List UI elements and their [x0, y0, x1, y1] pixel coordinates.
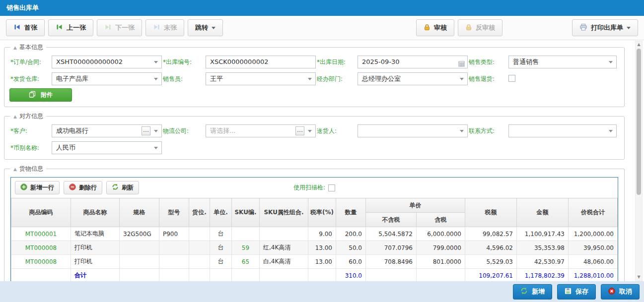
cell-amount[interactable]: 42,530.97 — [517, 255, 569, 269]
col-header-qty[interactable]: 数量 — [336, 198, 366, 227]
col-header-price-excl[interactable]: 不含税 — [366, 213, 417, 227]
col-header-name[interactable]: 商品名称 — [71, 198, 120, 227]
attachment-button[interactable]: 附件 — [9, 88, 72, 102]
add-row-button[interactable]: 新增一行 — [15, 181, 60, 194]
cell-name[interactable]: 打印机 — [71, 255, 120, 269]
col-header-tax[interactable]: 税额 — [465, 198, 517, 227]
cell-price_incl[interactable]: 799.0000 — [417, 241, 465, 255]
outbound-no-input[interactable]: XSCK0000000002 — [206, 56, 316, 68]
cell-sku[interactable] — [232, 227, 260, 241]
cell-qty[interactable]: 60.0 — [336, 255, 366, 269]
next-record-button: 下一张 — [97, 19, 142, 36]
cell-spec[interactable]: 32G500G — [120, 227, 159, 241]
print-outbound-button[interactable]: 打印出库单 — [572, 19, 638, 36]
sales-return-checkbox[interactable] — [508, 75, 515, 82]
cell-code[interactable]: MT000008 — [11, 255, 71, 269]
col-header-tax-rate[interactable]: 税率(%) — [308, 198, 336, 227]
cell-sku[interactable]: 65 — [232, 255, 260, 269]
counterpart-info-collapse[interactable]: ▲ 对方信息 — [10, 112, 46, 121]
currency-select[interactable]: 人民币 — [52, 141, 162, 154]
col-header-price-incl[interactable]: 含税 — [417, 213, 465, 227]
cell-name[interactable]: 打印机 — [71, 241, 120, 255]
col-header-sku-attr[interactable]: SKU属性组合. — [260, 198, 308, 227]
department-select[interactable]: 总经理办公室 — [358, 72, 468, 85]
out-date-input[interactable]: 2025-09-30 — [358, 56, 468, 68]
cell-price_excl[interactable]: 708.8496 — [366, 255, 417, 269]
goods-info-collapse[interactable]: ▲ 货物信息 — [10, 165, 46, 173]
cell-tax[interactable]: 4,596.02 — [465, 241, 517, 255]
cell-code[interactable]: MT000008 — [11, 241, 71, 255]
cell-sku_attr[interactable]: 红,4K高清 — [260, 241, 308, 255]
cell-spec[interactable] — [120, 255, 159, 269]
cell-unit[interactable]: 台 — [210, 241, 232, 255]
cell-qty[interactable]: 50.0 — [336, 241, 366, 255]
cell-tax_rate[interactable]: 13.00 — [308, 255, 336, 269]
chevron-down-icon — [460, 78, 464, 80]
col-header-unit[interactable]: 单位. — [210, 198, 232, 227]
cell-price_incl[interactable]: 801.0000 — [417, 255, 465, 269]
warehouse-select[interactable]: 电子产品库 — [52, 72, 162, 85]
col-header-amount[interactable]: 金额 — [517, 198, 569, 227]
refresh-button[interactable]: 刷新 — [106, 181, 139, 194]
cell-sku_attr[interactable]: 白,4K高清 — [260, 255, 308, 269]
cell-price_incl[interactable]: 6,000.0000 — [417, 227, 465, 241]
cell-amount[interactable]: 1,100,917.43 — [517, 227, 569, 241]
scroll-up-icon[interactable]: ▲ — [636, 41, 642, 48]
col-header-total[interactable]: 价税合计 — [569, 198, 618, 227]
scroll-down-icon[interactable]: ▼ — [636, 274, 642, 281]
jump-button[interactable]: 跳转 — [188, 19, 223, 36]
cell-tax_rate[interactable]: 9.00 — [308, 227, 336, 241]
footer-bar: 新增 保存 取消 — [0, 281, 644, 302]
cell-model[interactable] — [159, 255, 189, 269]
cell-unit[interactable]: 台 — [210, 227, 232, 241]
cell-price_excl[interactable]: 707.0796 — [366, 241, 417, 255]
cell-sku_attr[interactable] — [260, 227, 308, 241]
cell-total[interactable]: 48,060.00 — [569, 255, 618, 269]
cell-tax[interactable]: 99,082.57 — [465, 227, 517, 241]
cell-qty[interactable]: 200.0 — [336, 227, 366, 241]
scrollbar-thumb[interactable] — [637, 49, 641, 195]
cell-tax_rate[interactable]: 13.00 — [308, 241, 336, 255]
col-header-unit-price[interactable]: 单价 — [366, 198, 465, 213]
cell-sku[interactable]: 59 — [232, 241, 260, 255]
sale-type-select[interactable]: 普通销售 — [508, 56, 617, 68]
col-header-model[interactable]: 型号 — [159, 198, 189, 227]
cell-code[interactable]: MT000001 — [11, 227, 71, 241]
logistics-combo[interactable]: 请选择...… — [206, 124, 316, 137]
cell-spec[interactable] — [120, 241, 159, 255]
basic-info-collapse[interactable]: ▲ 基本信息 — [10, 43, 46, 52]
salesman-select[interactable]: 王平 — [206, 72, 316, 85]
cancel-button[interactable]: 取消 — [601, 284, 640, 300]
browse-ellipsis-button[interactable]: … — [295, 126, 304, 135]
cell-amount[interactable]: 35,353.98 — [517, 241, 569, 255]
deliverer-select[interactable] — [358, 124, 468, 137]
scanner-checkbox[interactable] — [328, 184, 335, 191]
col-header-spec[interactable]: 规格 — [120, 198, 159, 227]
cell-model[interactable]: P900 — [159, 227, 189, 241]
cell-tax[interactable]: 5,529.03 — [465, 255, 517, 269]
order-select[interactable]: XSHT000000000002 — [52, 56, 162, 68]
vertical-scrollbar[interactable]: ▲ ▼ — [635, 41, 643, 281]
calendar-icon[interactable] — [458, 59, 465, 68]
contact-select[interactable] — [508, 124, 617, 137]
new-button[interactable]: 新增 — [513, 284, 552, 300]
cell-location[interactable] — [189, 227, 210, 241]
cell-price_excl[interactable]: 5,504.5872 — [366, 227, 417, 241]
delete-row-button[interactable]: 删除行 — [64, 181, 102, 194]
cell-total[interactable]: 1,200,000.00 — [569, 227, 618, 241]
cell-model[interactable] — [159, 241, 189, 255]
prev-record-button[interactable]: 上一张 — [48, 19, 93, 36]
audit-button[interactable]: 审核 — [416, 19, 454, 36]
col-header-code[interactable]: 商品编码 — [11, 198, 71, 227]
col-header-sku[interactable]: SKU编. — [232, 198, 260, 227]
first-record-button[interactable]: 首张 — [6, 19, 45, 36]
customer-combo[interactable]: 成功电器行… — [52, 124, 162, 137]
col-header-location[interactable]: 货位. — [189, 198, 210, 227]
browse-ellipsis-button[interactable]: … — [142, 126, 150, 135]
save-button[interactable]: 保存 — [557, 284, 596, 300]
cell-location[interactable] — [189, 255, 210, 269]
cell-unit[interactable]: 台 — [210, 255, 232, 269]
cell-total[interactable]: 39,950.00 — [569, 241, 618, 255]
cell-location[interactable] — [189, 241, 210, 255]
cell-name[interactable]: 笔记本电脑 — [71, 227, 120, 241]
